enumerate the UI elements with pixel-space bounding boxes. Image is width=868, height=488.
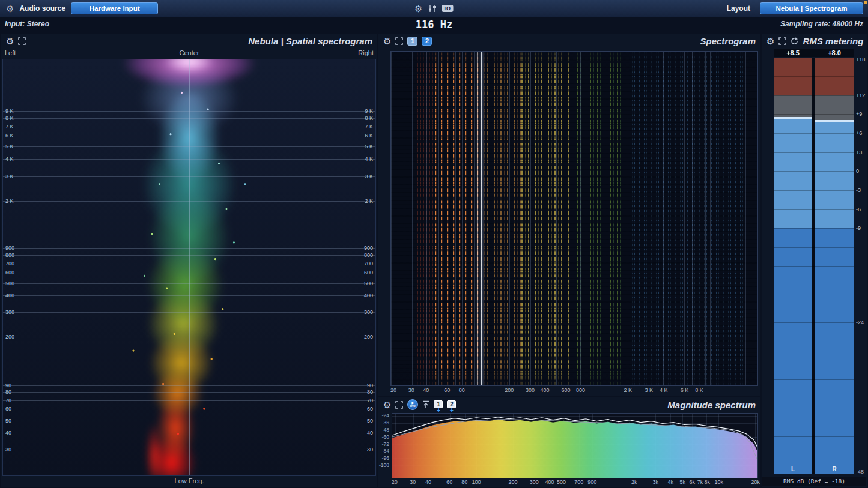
magnitude-fullscreen-icon[interactable] bbox=[395, 401, 403, 409]
hardware-input-button[interactable]: Hardware input bbox=[71, 2, 158, 14]
meter-tick bbox=[774, 285, 854, 285]
v-gridline bbox=[574, 52, 574, 385]
x-axis-label: 7k bbox=[697, 479, 703, 485]
magnitude-curve-1-add-button[interactable]: + bbox=[437, 408, 440, 413]
frequency-label-right: 400 bbox=[364, 293, 373, 298]
stereo-axis: Left Center Right bbox=[1, 49, 377, 58]
rms-settings-gear-icon[interactable]: ⚙ bbox=[766, 37, 774, 46]
peak-hold-reset-icon[interactable] bbox=[422, 400, 429, 409]
layout-preset-button[interactable]: Nebula | Spectrogram bbox=[760, 2, 863, 14]
magnitude-settings-gear-icon[interactable]: ⚙ bbox=[383, 400, 391, 409]
frequency-label-left: 3 K bbox=[5, 174, 14, 179]
frequency-label-right: 200 bbox=[364, 334, 373, 339]
db-scale-label: +3 bbox=[856, 149, 866, 155]
frequency-label-right: 900 bbox=[364, 246, 373, 250]
spectrogram-panel: ⚙ 1 2 Spectrogram bbox=[378, 34, 760, 396]
meter-label-L: L bbox=[774, 466, 812, 472]
frequency-label-left: 80 bbox=[5, 390, 11, 394]
rms-scale-left: +18+12+9+6+30-3-6-9-24-48 bbox=[762, 58, 772, 474]
spatial-panel-title: Nebula | Spatial spectrogram bbox=[248, 36, 372, 46]
x-axis-label: 400 bbox=[545, 479, 554, 485]
app-root: ⚙ Audio source Hardware input ⚙ IO Layou… bbox=[0, 0, 868, 488]
frequency-label-left: 9 K bbox=[5, 109, 14, 113]
frequency-label-right: 300 bbox=[364, 310, 373, 315]
spectrogram-layer-2-button[interactable]: 2 bbox=[422, 37, 432, 46]
magnitude-spectrum-panel: ⚙ ▶ live 1 + 2 + Magnitude spectrum - bbox=[378, 397, 760, 487]
frequency-label-right: 80 bbox=[367, 390, 373, 394]
frequency-label-right: 6 K bbox=[365, 133, 373, 138]
frequency-label-right: 9 K bbox=[365, 109, 373, 113]
rms-reference-label: RMS dB (Ref = -18) bbox=[762, 477, 866, 486]
spatial-settings-gear-icon[interactable]: ⚙ bbox=[6, 37, 14, 46]
frequency-label-left: 300 bbox=[5, 310, 14, 315]
rms-value-left: +8.5 bbox=[774, 49, 812, 56]
io-routing-icon[interactable]: IO bbox=[442, 5, 454, 12]
v-gridline bbox=[699, 52, 699, 385]
spectrogram-fullscreen-icon[interactable] bbox=[395, 37, 403, 45]
magnitude-curve-2-add-button[interactable]: + bbox=[450, 408, 454, 413]
magnitude-spectrum-plot[interactable] bbox=[392, 413, 758, 478]
cursor-line-116hz bbox=[481, 52, 482, 385]
frequency-label-left: 4 K bbox=[5, 157, 14, 161]
input-status-label: Input: Stereo bbox=[5, 20, 49, 28]
frequency-label-right: 3 K bbox=[365, 174, 373, 179]
rms-value-right: +8.0 bbox=[815, 49, 854, 56]
v-gridline bbox=[675, 52, 675, 385]
frequency-label-left: 200 bbox=[5, 334, 14, 339]
spatial-fullscreen-icon[interactable] bbox=[18, 37, 26, 45]
spectrogram-settings-gear-icon[interactable]: ⚙ bbox=[383, 37, 391, 46]
top-toolbar: ⚙ Audio source Hardware input ⚙ IO Layou… bbox=[0, 0, 868, 17]
meter-tick bbox=[774, 456, 854, 456]
spectrogram-panel-title: Spectrogram bbox=[700, 36, 756, 46]
v-gridline bbox=[530, 52, 531, 385]
low-freq-label: Low Freq. bbox=[1, 477, 377, 486]
global-settings-gear-icon[interactable]: ⚙ bbox=[414, 4, 422, 13]
x-axis-label: 3k bbox=[652, 479, 658, 485]
rms-meter-track: L R bbox=[774, 58, 854, 474]
frequency-label-left: 700 bbox=[5, 261, 14, 266]
frequency-label-left: 50 bbox=[5, 418, 11, 423]
x-axis-label: 6 K bbox=[681, 387, 689, 393]
spectrogram-plot[interactable] bbox=[390, 51, 758, 386]
v-gridline bbox=[580, 52, 581, 385]
live-play-button[interactable]: ▶ live bbox=[407, 399, 418, 410]
frequency-label-left: 6 K bbox=[5, 133, 14, 138]
meter-tick bbox=[774, 361, 854, 361]
meter-tick bbox=[774, 247, 854, 248]
magnitude-curve-2-control: 2 + bbox=[447, 400, 456, 413]
meter-tick bbox=[774, 399, 854, 399]
spectrum-rainbow-area bbox=[392, 420, 757, 478]
x-axis-label: 60 bbox=[444, 387, 450, 393]
meter-tick bbox=[774, 228, 854, 229]
db-axis-label: -108 bbox=[379, 462, 389, 468]
rms-panel-header: ⚙ RMS metering bbox=[762, 34, 867, 48]
v-gridline bbox=[509, 52, 510, 385]
db-axis-label: -24 bbox=[382, 412, 389, 418]
frequency-label-right: 40 bbox=[367, 430, 373, 435]
frequency-label-right: 60 bbox=[367, 406, 373, 411]
toolbar-right-group: Layout Nebula | Spectrogram bbox=[727, 2, 868, 14]
rms-reset-icon[interactable] bbox=[791, 37, 798, 45]
meter-tick bbox=[774, 171, 854, 172]
spectrogram-layer-1-button[interactable]: 1 bbox=[407, 37, 417, 46]
mixer-sliders-icon[interactable] bbox=[428, 4, 436, 13]
frequency-label-right: 50 bbox=[367, 418, 373, 423]
meter-tick bbox=[774, 322, 854, 323]
meter-tick bbox=[774, 266, 854, 267]
frequency-label-left: 5 K bbox=[5, 144, 14, 149]
v-gridline bbox=[545, 52, 545, 385]
spatial-spectrogram-plot[interactable]: 9 K 9 K 8 K 8 K 7 K 7 K 6 K bbox=[2, 59, 376, 476]
window-status-dot bbox=[864, 1, 867, 4]
v-gridline bbox=[663, 52, 664, 385]
audio-settings-gear-icon[interactable]: ⚙ bbox=[6, 4, 14, 13]
rms-fullscreen-icon[interactable] bbox=[778, 37, 786, 45]
meter-tick bbox=[774, 133, 854, 134]
stereo-center-line bbox=[189, 59, 190, 475]
meter-tick bbox=[774, 114, 854, 115]
x-axis-label: 20 bbox=[392, 479, 398, 485]
meter-tick bbox=[774, 379, 854, 380]
stereo-axis-left-label: Left bbox=[5, 49, 16, 56]
db-axis-label: -72 bbox=[382, 441, 389, 447]
x-axis-label: 100 bbox=[472, 479, 481, 485]
frequency-label-right: 8 K bbox=[365, 116, 373, 121]
